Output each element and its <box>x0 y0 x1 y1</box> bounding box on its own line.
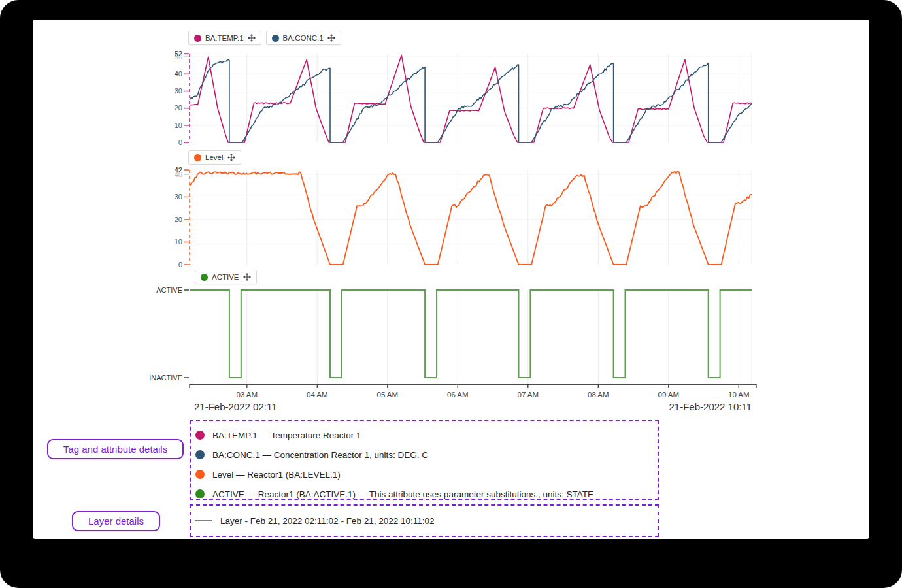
series-color-dot <box>195 470 205 479</box>
time-range-end-label: 21-Feb-2022 10:11 <box>655 401 752 412</box>
trend-display-page: BA:TEMP.1BA:CONC.1 Level ACTIVE 01020304… <box>33 20 869 539</box>
hour-label: 03 AM <box>236 391 258 399</box>
active-state-chart[interactable]: ACTIVEINACTIVE03 AM04 AM05 AM06 AM07 AM0… <box>150 285 765 404</box>
tag-attribute-text: ACTIVE — Reactor1 (BA:ACTIVE.1) — This a… <box>212 489 593 499</box>
series-color-dot <box>195 431 205 440</box>
tag-attribute-row: BA:CONC.1 — Concentration Reactor 1, uni… <box>195 445 658 465</box>
legend-pill-label: ACTIVE <box>212 273 239 281</box>
hour-label: 05 AM <box>376 391 398 399</box>
y-tick-label: 20 <box>175 104 182 112</box>
y-tick-label: 20 <box>175 216 182 223</box>
layer-details-text: Layer - Feb 21, 2022 02:11:02 - Feb 21, … <box>220 516 435 526</box>
legend-pill-label: BA:TEMP.1 <box>205 34 244 42</box>
legend-pill-level[interactable]: Level <box>188 150 241 165</box>
legend-pill-ba-temp-1[interactable]: BA:TEMP.1 <box>188 31 261 45</box>
move-icon[interactable] <box>327 34 335 42</box>
state-label: ACTIVE <box>156 286 182 294</box>
legend-pill-row-2: Level <box>188 150 241 165</box>
legend-pill-label: Level <box>205 154 224 161</box>
callout-layer-details: Layer details <box>72 511 160 531</box>
y-tick-label: 10 <box>175 122 182 129</box>
series-path-ba-conc-1 <box>190 59 752 142</box>
tag-attribute-text: BA:CONC.1 — Concentration Reactor 1, uni… <box>212 450 428 460</box>
layer-line-swatch <box>195 520 212 521</box>
y-tick-label: 0 <box>178 139 182 146</box>
series-path-active <box>190 290 752 378</box>
legend-pill-label: BA:CONC.1 <box>283 34 324 42</box>
tag-attribute-details-box: BA:TEMP.1 — Temperature Reactor 1BA:CONC… <box>190 420 659 500</box>
hour-label: 04 AM <box>307 391 328 399</box>
tag-attribute-row: BA:TEMP.1 — Temperature Reactor 1 <box>195 425 658 445</box>
hour-label: 10 AM <box>728 391 750 399</box>
hour-label: 07 AM <box>517 391 539 399</box>
move-icon[interactable] <box>248 34 256 42</box>
legend-pill-row-3: ACTIVE <box>195 270 257 284</box>
series-color-dot <box>194 35 201 42</box>
hour-label: 06 AM <box>447 391 469 399</box>
y-tick-label: 52 <box>175 50 182 57</box>
legend-pill-active[interactable]: ACTIVE <box>195 270 257 284</box>
tag-attribute-row: ACTIVE — Reactor1 (BA:ACTIVE.1) — This a… <box>195 484 658 504</box>
series-path-level <box>190 171 752 265</box>
tag-attribute-row: Level — Reactor1 (BA:LEVEL.1) <box>195 465 658 484</box>
layer-details-box: Layer - Feb 21, 2022 02:11:02 - Feb 21, … <box>190 504 659 537</box>
y-tick-label: 30 <box>175 87 182 95</box>
tag-attribute-text: BA:TEMP.1 — Temperature Reactor 1 <box>212 431 361 440</box>
time-range-start-label: 21-Feb-2022 02:11 <box>194 401 276 412</box>
series-color-dot <box>195 450 205 459</box>
y-tick-label: 0 <box>178 261 182 269</box>
series-color-dot <box>195 489 205 498</box>
state-label: INACTIVE <box>150 374 182 382</box>
y-tick-label: 30 <box>175 193 182 201</box>
y-tick-label: 40 <box>175 70 182 78</box>
hour-label: 08 AM <box>588 391 609 399</box>
callout-tag-attribute-details: Tag and attribute details <box>47 439 184 459</box>
temp-conc-trend-chart[interactable]: 0102030405052 <box>150 47 765 146</box>
y-tick-label: 10 <box>175 238 182 246</box>
level-trend-chart[interactable]: 01020304042 <box>150 165 765 270</box>
hour-label: 09 AM <box>658 391 679 399</box>
callout-tag-label: Tag and attribute details <box>63 444 167 455</box>
tag-attribute-rows: BA:TEMP.1 — Temperature Reactor 1BA:CONC… <box>191 421 658 504</box>
legend-pill-row-1: BA:TEMP.1BA:CONC.1 <box>188 31 341 45</box>
series-color-dot <box>272 35 279 42</box>
callout-layer-label: Layer details <box>88 515 144 527</box>
screenshot-frame: BA:TEMP.1BA:CONC.1 Level ACTIVE 01020304… <box>0 0 902 588</box>
series-color-dot <box>201 274 208 281</box>
series-color-dot <box>194 154 201 161</box>
legend-pill-ba-conc-1[interactable]: BA:CONC.1 <box>266 31 341 45</box>
y-tick-label: 42 <box>175 166 182 174</box>
move-icon[interactable] <box>227 154 235 161</box>
move-icon[interactable] <box>243 273 251 281</box>
tag-attribute-text: Level — Reactor1 (BA:LEVEL.1) <box>212 470 341 480</box>
